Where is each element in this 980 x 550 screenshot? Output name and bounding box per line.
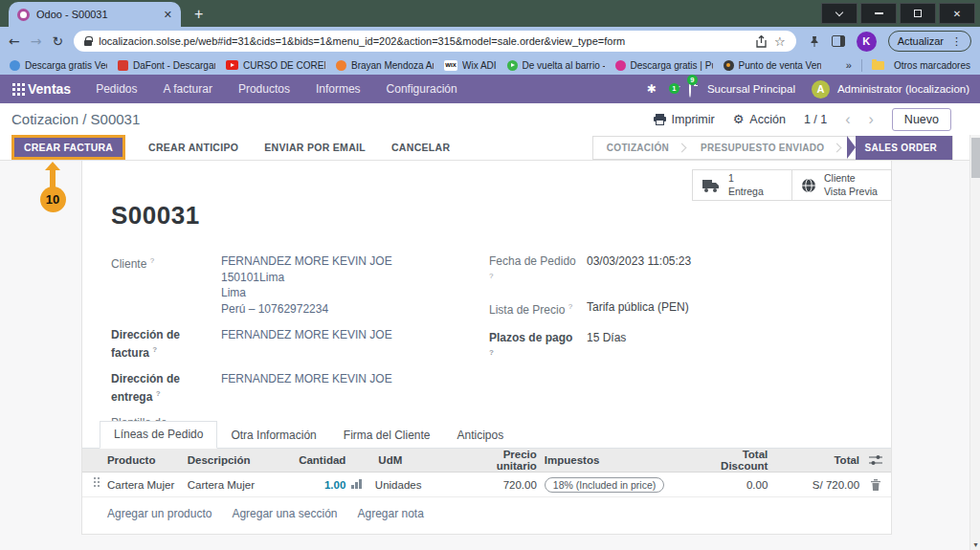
app-name[interactable]: Ventas [28,81,71,97]
extensions-pin-icon[interactable] [809,35,820,48]
scrollbar-down-arrow[interactable]: ▾ [970,540,980,549]
tax-badge[interactable]: 18% (Included in price) [545,477,664,493]
pager-previous[interactable]: ‹ [845,112,850,127]
url-bar[interactable]: localizacion.solse.pe/web#id=31&cids=1&b… [74,31,796,52]
print-button[interactable]: Imprimir [654,113,715,126]
action-menu[interactable]: ⚙ Acción [733,112,786,126]
menu-pedidos[interactable]: Pedidos [96,82,137,96]
add-section-link[interactable]: Agregar una sección [232,507,337,520]
other-bookmarks[interactable]: Otros marcadores [894,60,970,71]
tab-anticipos[interactable]: Anticipos [444,423,518,449]
browser-window: Odoo - S00031 ✕ + ✕ ← → ↻ localizacion.s… [0,0,980,550]
bookmark-item[interactable]: Descarga gratis Vec... [10,60,107,71]
field-value[interactable]: FERNANDEZ MORE KEVIN JOE [221,327,392,361]
pager-next[interactable]: › [869,112,874,127]
status-pipeline: COTIZACIÓN PRESUPUESTO ENVIADO SALES ORD… [592,136,953,160]
order-lines-header: Producto Descripción Cantidad UdM Precio… [82,449,891,473]
optional-columns-button[interactable] [859,454,891,466]
back-button[interactable]: ← [9,33,20,49]
browser-tab[interactable]: Odoo - S00031 ✕ [9,2,181,27]
tab-lineas-de-pedido[interactable]: Líneas de Pedido [100,421,217,449]
stat-label: Entrega [728,186,764,198]
field-value[interactable]: 03/03/2023 11:05:23 [587,253,691,287]
cell-impuestos[interactable]: 18% (Included in price) [537,477,698,493]
field-value[interactable]: FERNANDEZ MORE KEVIN JOE [221,371,392,405]
enviar-por-email-button[interactable]: ENVIAR POR EMAIL [264,142,366,153]
url-text: localizacion.solse.pe/web#id=31&cids=1&b… [99,35,748,47]
menu-informes[interactable]: Informes [316,82,361,96]
column-precio-unitario: Precio unitario [460,449,537,472]
update-button[interactable]: Actualizar ⋮ [888,31,971,52]
bookmark-item[interactable]: De vuelta al barrio -... [507,60,605,71]
field-label: Lista de Precio ? [489,299,587,318]
forecast-chart-icon[interactable] [351,479,362,489]
bookmark-item[interactable]: DaFont - Descargar... [118,60,215,71]
bookmark-star-icon[interactable]: ☆ [774,34,786,49]
stage-sales-order[interactable]: SALES ORDER [856,136,952,160]
stage-cotizacion[interactable]: COTIZACIÓN [593,137,682,159]
cell-udm[interactable]: Unidades [345,479,460,491]
field-cliente: Cliente ? FERNANDEZ MORE KEVIN JOE 15010… [111,253,489,317]
bookmark-item[interactable]: Brayan Mendoza Ar... [336,60,434,71]
new-button[interactable]: Nuevo [892,108,951,131]
side-panel-icon[interactable] [832,35,845,47]
vertical-scrollbar[interactable]: ▾ [969,135,980,550]
cell-descripcion[interactable]: Cartera Mujer [188,479,279,491]
tab-search-button[interactable] [821,3,858,24]
tab-firma-del-cliente[interactable]: Firma del Cliente [330,423,444,449]
activities-button[interactable]: 9 [689,80,691,98]
maximize-button[interactable] [900,3,936,24]
delete-line-button[interactable] [859,479,891,491]
cell-cantidad[interactable]: 1.00 [279,479,346,491]
delivery-stat-button[interactable]: 1Entrega [692,169,792,201]
user-menu[interactable]: Administrator (localizacion) [837,83,969,95]
restore-icon [914,10,922,17]
bookmark-item[interactable]: Descarga gratis | Pu... [615,60,713,71]
new-tab-button[interactable]: + [194,7,203,22]
tab-close-icon[interactable]: ✕ [164,9,172,21]
field-value[interactable]: FERNANDEZ MORE KEVIN JOE 150101Lima Lima… [221,253,392,317]
crear-anticipo-button[interactable]: CREAR ANTICIPO [148,142,238,153]
add-product-link[interactable]: Agregar un producto [107,507,212,520]
bookmarks-overflow-icon[interactable]: » [846,59,852,71]
field-value[interactable]: Tarifa pública (PEN) [587,299,689,318]
company-selector[interactable]: Sucursal Principal [707,83,795,95]
youtube-icon [226,60,238,70]
cancelar-button[interactable]: CANCELAR [391,142,450,153]
minimize-button[interactable] [860,3,897,24]
breadcrumb[interactable]: Cotizacion / S00031 [11,111,140,127]
record-title: S00031 [111,201,891,231]
cell-total[interactable]: S/ 720.00 [768,479,859,491]
address-line: Lima [221,285,392,301]
bookmark-item[interactable]: Punto de venta Ven... [724,60,821,71]
tab-otra-informacion[interactable]: Otra Información [217,423,329,449]
cell-precio-unitario[interactable]: 720.00 [460,479,537,491]
user-avatar[interactable]: A [812,80,830,99]
cell-producto[interactable]: Cartera Mujer [107,479,188,491]
menu-productos[interactable]: Productos [238,82,290,96]
close-window-button[interactable]: ✕ [939,3,975,24]
field-value[interactable]: 15 Días [587,330,626,363]
customer-preview-button[interactable]: ClienteVista Previa [791,169,892,201]
bookmark-item[interactable]: WIXWix ADI [444,60,497,71]
wix-icon: WIX [444,60,457,71]
order-line-row[interactable]: Cartera Mujer Cartera Mujer 1.00 Unidade… [82,473,891,497]
messages-badge: 1 [669,83,679,94]
debug-icon[interactable]: ✱ [647,82,657,96]
apps-grid-icon[interactable] [12,83,15,86]
browser-menu-icon[interactable]: ⋮ [951,35,962,48]
share-icon[interactable] [755,35,768,48]
reload-button[interactable]: ↻ [52,33,63,49]
scrollbar-thumb[interactable] [971,138,980,178]
bookmark-item[interactable]: CURSO DE CORELD... [226,60,325,71]
add-note-link[interactable]: Agregar nota [357,507,423,520]
stage-presupuesto-enviado[interactable]: PRESUPUESTO ENVIADO [687,137,837,159]
menu-a-facturar[interactable]: A facturar [164,82,212,96]
profile-avatar[interactable]: K [857,32,877,52]
crear-factura-button[interactable]: CREAR FACTURA [14,138,122,157]
address-line: 150101Lima [221,270,392,286]
customer-link[interactable]: FERNANDEZ MORE KEVIN JOE [221,253,392,270]
cell-total-discount[interactable]: 0.00 [697,479,768,491]
menu-configuracion[interactable]: Configuración [387,82,457,96]
forward-button[interactable]: → [31,33,42,49]
